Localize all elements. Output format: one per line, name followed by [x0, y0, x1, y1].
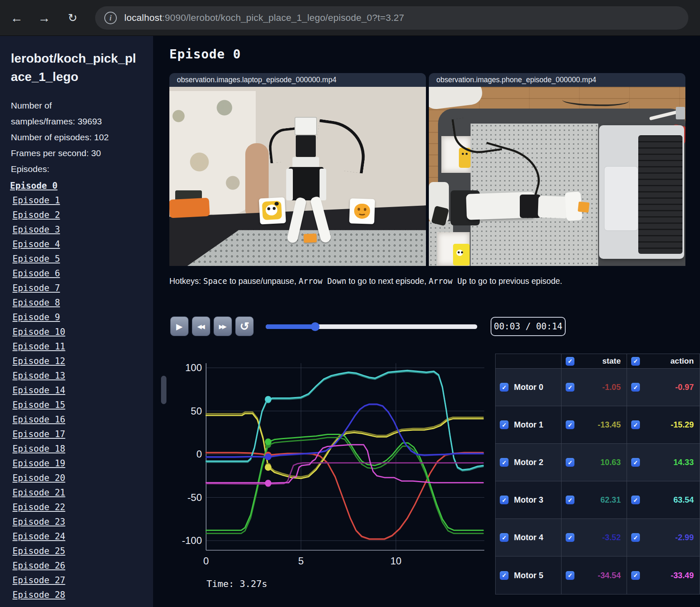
robot-body [289, 167, 324, 200]
sidebar-episode-link[interactable]: Episode 28 [13, 588, 153, 602]
state-checkbox[interactable]: ✓ [566, 458, 574, 467]
header-empty-cell [496, 354, 562, 369]
arm-link-2 [538, 196, 569, 218]
panda-logo [262, 201, 282, 220]
action-column-checkbox[interactable]: ✓ [631, 357, 640, 366]
sidebar-episode-link[interactable]: Episode 12 [13, 354, 153, 369]
laptop-video[interactable] [169, 87, 426, 266]
sidebar-episode-link[interactable]: Episode 27 [13, 573, 153, 588]
sidebar-episode-link[interactable]: Episode 4 [13, 237, 153, 252]
motor-checkbox[interactable]: ✓ [500, 571, 509, 580]
sidebar-episode-link[interactable]: Episode 3 [13, 223, 153, 237]
state-checkbox[interactable]: ✓ [566, 496, 574, 504]
sidebar-episode-link[interactable]: Episode 2 [13, 208, 153, 223]
motor-checkbox[interactable]: ✓ [500, 496, 509, 504]
state-checkbox[interactable]: ✓ [566, 571, 574, 580]
state-checkbox[interactable]: ✓ [566, 420, 574, 429]
sidebar-episode-link[interactable]: Episode 17 [13, 427, 153, 442]
sidebar-episode-link[interactable]: Episode 18 [13, 442, 153, 456]
sidebar-episode-link[interactable]: Episode 16 [13, 412, 153, 427]
svg-text:10: 10 [390, 555, 402, 567]
state-checkbox[interactable]: ✓ [566, 383, 574, 392]
robot-body-plate-right [320, 169, 326, 200]
address-bar[interactable]: i localhost:9090/lerobot/koch_pick_place… [95, 6, 688, 30]
action-checkbox[interactable]: ✓ [631, 383, 640, 392]
state-value: -1.05 [602, 382, 621, 392]
motor-name: Motor 0 [514, 382, 543, 392]
motor-table-header: ✓ state ✓ action [496, 354, 700, 369]
action-checkbox[interactable]: ✓ [631, 533, 640, 542]
motor-chart-svg: 100500-50-1000510 [169, 346, 495, 572]
sidebar-episode-link[interactable]: Episode 19 [13, 456, 153, 471]
scrollbar-thumb[interactable] [161, 376, 166, 404]
action-checkbox[interactable]: ✓ [631, 458, 640, 467]
sidebar-episode-link[interactable]: Episode 21 [13, 486, 153, 500]
browser-toolbar: ← → ↻ i localhost:9090/lerobot/koch_pick… [0, 0, 700, 36]
back-icon[interactable]: ← [5, 0, 28, 36]
motor-checkbox[interactable]: ✓ [500, 533, 509, 542]
sidebar-episode-link[interactable]: Episode 5 [13, 252, 153, 266]
sidebar-episode-link[interactable]: Episode 0 [10, 179, 153, 193]
svg-text:5: 5 [298, 555, 304, 567]
motor-checkbox[interactable]: ✓ [500, 420, 509, 429]
motor-table-body: ✓Motor 0✓-1.05✓-0.97✓Motor 1✓-13.45✓-15.… [496, 369, 700, 594]
header-state-cell: ✓ state [562, 354, 627, 369]
key-arrow-down: Arrow Down [299, 276, 346, 286]
action-value-cell: ✓63.54 [627, 481, 700, 519]
action-value: 63.54 [673, 495, 694, 505]
sidebar-episode-link[interactable]: Episode 26 [13, 559, 153, 573]
seek-slider[interactable] [266, 324, 477, 329]
seek-slider-thumb[interactable] [311, 322, 320, 331]
motor-checkbox[interactable]: ✓ [500, 383, 509, 392]
motor-name: Motor 3 [514, 495, 543, 505]
url-host: localhost [124, 13, 162, 23]
forward-icon[interactable]: → [33, 0, 56, 36]
robot-cable-right [313, 119, 370, 174]
sidebar-episode-link[interactable]: Episode 7 [13, 281, 153, 296]
action-checkbox[interactable]: ✓ [631, 496, 640, 504]
episode-list: Episode 0Episode 1Episode 2Episode 3Epis… [13, 179, 153, 602]
sidebar-episode-link[interactable]: Episode 13 [13, 369, 153, 383]
sidebar-episode-link[interactable]: Episode 22 [13, 500, 153, 515]
sidebar-episode-link[interactable]: Episode 23 [13, 515, 153, 529]
sidebar-episode-link[interactable]: Episode 20 [13, 471, 153, 486]
dataset-title-line1: lerobot/koch_pick_pl [11, 49, 145, 68]
sidebar-episode-link[interactable]: Episode 8 [13, 296, 153, 310]
sidebar-episode-link[interactable]: Episode 14 [13, 383, 153, 398]
laptop-video-card: observation.images.laptop_episode_000000… [169, 73, 426, 266]
state-value-cell: ✓-3.52 [562, 519, 627, 556]
sidebar-episode-link[interactable]: Episode 9 [13, 310, 153, 325]
sidebar-episode-link[interactable]: Episode 25 [13, 544, 153, 559]
loop-button[interactable]: ↺ [235, 316, 254, 336]
robot-neck [296, 135, 316, 157]
info-fps: Frames per second: 30 [11, 145, 145, 161]
play-button[interactable]: ▶ [170, 316, 189, 336]
motor-name: Motor 1 [514, 420, 543, 430]
site-info-icon[interactable]: i [104, 12, 117, 24]
fast-forward-button[interactable]: ▶▶ [214, 316, 232, 336]
action-checkbox[interactable]: ✓ [631, 571, 640, 580]
url-text[interactable]: localhost:9090/lerobot/koch_pick_place_1… [124, 13, 404, 23]
motor-chart[interactable]: 100500-50-1000510 [169, 346, 495, 572]
sidebar-episode-link[interactable]: Episode 6 [13, 266, 153, 281]
smiley-face [354, 203, 370, 219]
reload-icon[interactable]: ↻ [61, 0, 84, 36]
motor-checkbox[interactable]: ✓ [500, 458, 509, 467]
motor-name: Motor 2 [514, 458, 543, 467]
laptop-trackpad [604, 166, 638, 231]
rewind-button[interactable]: ◀◀ [192, 316, 210, 336]
action-value: -0.97 [675, 382, 694, 392]
sidebar-episode-link[interactable]: Episode 1 [13, 193, 153, 208]
phone-video[interactable] [429, 87, 685, 266]
sidebar-episode-link[interactable]: Episode 15 [13, 398, 153, 412]
sidebar-episode-link[interactable]: Episode 24 [13, 529, 153, 544]
sidebar-episode-link[interactable]: Episode 10 [13, 325, 153, 339]
gripped-lego-block [578, 202, 589, 213]
state-checkbox[interactable]: ✓ [566, 533, 574, 542]
state-value: -13.45 [598, 420, 621, 430]
hotkeys-help: Hotkeys: Space to pause/unpause, Arrow D… [169, 276, 562, 286]
action-checkbox[interactable]: ✓ [631, 420, 640, 429]
sidebar-episode-link[interactable]: Episode 11 [13, 339, 153, 354]
usb-plug [676, 107, 685, 119]
state-column-checkbox[interactable]: ✓ [566, 357, 574, 366]
